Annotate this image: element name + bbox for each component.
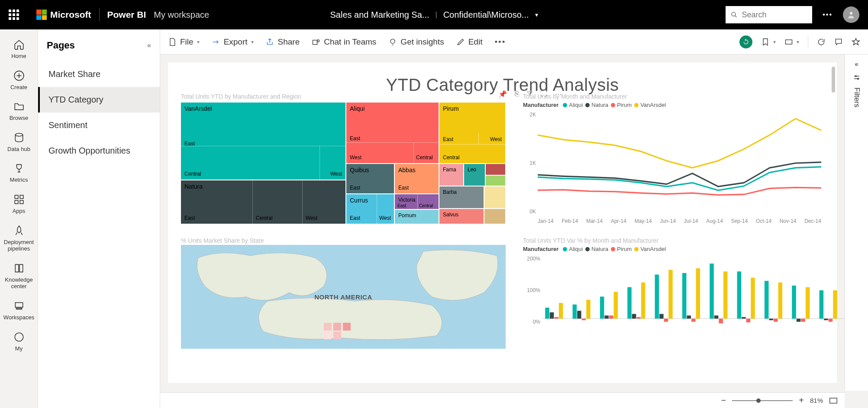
expand-icon[interactable]: « xyxy=(855,61,858,67)
tm-region: East xyxy=(350,215,360,221)
microsoft-brand: Microsoft xyxy=(36,10,91,20)
page-market-share[interactable]: Market Share xyxy=(38,61,160,87)
svg-rect-9 xyxy=(15,200,18,204)
tick: Nov-14 xyxy=(780,218,797,224)
treemap-title: Total Units YTD by Manufacturer and Regi… xyxy=(181,93,506,100)
tm-pirum[interactable]: Pirum East West Central xyxy=(439,103,505,163)
bar-chart-visual[interactable]: Total Units YTD Var % by Month and Manuf… xyxy=(523,237,824,349)
nav-apps[interactable]: Apps xyxy=(0,189,38,220)
cmd-share[interactable]: Share xyxy=(266,37,300,47)
svg-point-16 xyxy=(317,40,319,42)
page-growth-opportunities[interactable]: Growth Opportunities xyxy=(38,138,160,164)
tm-small2[interactable] xyxy=(486,176,505,186)
more-commands-icon[interactable]: ••• xyxy=(494,37,506,47)
nav-datahub[interactable]: Data hub xyxy=(0,127,38,158)
x-axis: Jan-14Feb-14Mar-14Apr-14May-14Jun-14Jul-… xyxy=(538,218,821,224)
bookmark-button[interactable]: ▾ xyxy=(761,38,776,46)
workspace-label[interactable]: My workspace xyxy=(154,10,209,20)
tm-text: Aliqui xyxy=(350,105,365,112)
legend-label: Manufacturer xyxy=(523,102,558,108)
tm-abbas[interactable]: Abbas East xyxy=(395,164,439,193)
cmd-file[interactable]: File ▾ xyxy=(168,37,200,47)
pin-icon[interactable]: 📌 xyxy=(498,90,507,98)
separator xyxy=(808,35,808,48)
nav-my[interactable]: My xyxy=(0,326,38,357)
tm-fama[interactable]: Fama xyxy=(439,164,463,186)
chevron-down-icon[interactable]: ▾ xyxy=(535,11,538,18)
cmd-export[interactable]: Export ▾ xyxy=(212,37,254,47)
page-sentiment[interactable]: Sentiment xyxy=(38,112,160,138)
nav-home[interactable]: Home xyxy=(0,34,38,65)
reset-button[interactable] xyxy=(739,35,752,48)
svg-rect-64 xyxy=(586,300,590,319)
nav-pipelines[interactable]: Deployment pipelines xyxy=(0,220,38,257)
zoom-in-button[interactable]: + xyxy=(799,395,804,405)
svg-rect-10 xyxy=(20,200,23,204)
product-label[interactable]: Power BI xyxy=(107,10,146,20)
microsoft-logo-icon xyxy=(36,10,47,20)
tm-natura[interactable]: Natura East Central West xyxy=(181,180,345,224)
filter-icon[interactable]: ⧩ xyxy=(527,90,532,98)
svg-rect-34 xyxy=(737,271,742,318)
map-visual[interactable]: % Units Market Share by State NORTH AMER… xyxy=(181,237,506,349)
svg-rect-39 xyxy=(550,312,554,319)
map-box[interactable]: NORTH AMERICA xyxy=(181,245,506,349)
cmd-insights[interactable]: Get insights xyxy=(388,37,444,47)
collapse-icon[interactable]: « xyxy=(147,42,151,49)
report-canvas[interactable]: YTD Category Trend Analysis 📌 ⎘ ⧩ ⛶ ⋯ To… xyxy=(168,62,837,383)
nav-create[interactable]: Create xyxy=(0,65,38,96)
svg-rect-44 xyxy=(687,315,691,318)
sensitivity-label[interactable]: Confidential\Microso... xyxy=(443,10,529,20)
app-launcher-icon[interactable] xyxy=(9,10,19,20)
cmd-chat-teams[interactable]: Chat in Teams xyxy=(312,37,376,47)
copy-icon[interactable]: ⎘ xyxy=(515,90,519,98)
nav-label: My xyxy=(15,345,23,352)
tm-vanarsdel[interactable]: VanArsdel East Central West xyxy=(181,103,345,180)
tm-pomum[interactable]: Pomum xyxy=(395,210,439,224)
view-button[interactable]: ▾ xyxy=(784,38,799,46)
tm-quibus[interactable]: Quibus East xyxy=(346,164,394,193)
tm-barba[interactable]: Barba xyxy=(439,186,484,208)
avatar[interactable] xyxy=(843,6,859,23)
filters-pane-collapsed[interactable]: « Filters xyxy=(845,55,868,391)
nav-workspaces[interactable]: Workspaces xyxy=(0,295,38,326)
treemap-visual[interactable]: Total Units YTD by Manufacturer and Regi… xyxy=(181,93,506,226)
svg-rect-68 xyxy=(696,268,700,318)
tm-salvus[interactable]: Salvus xyxy=(439,209,484,224)
tm-aliqui[interactable]: Aliqui East West Central xyxy=(346,103,439,163)
tm-currus[interactable]: Currus East West xyxy=(346,194,394,224)
nav-metrics[interactable]: Metrics xyxy=(0,157,38,189)
bars-title: Total Units YTD Var % by Month and Manuf… xyxy=(523,237,824,244)
tm-small1[interactable] xyxy=(486,164,505,175)
focus-icon[interactable]: ⛶ xyxy=(540,90,547,98)
y-axis: 2K 1K 0K xyxy=(523,112,536,215)
line-chart-plot: 2K 1K 0K Jan-14Feb-14Mar-14Apr-14May-14J… xyxy=(523,112,824,224)
svg-line-1 xyxy=(735,16,737,17)
tick: May-14 xyxy=(635,218,652,224)
nav-browse[interactable]: Browse xyxy=(0,96,38,127)
zoom-out-button[interactable]: − xyxy=(721,395,726,405)
line-chart-visual[interactable]: Total Units by Month and Manufacturer Ma… xyxy=(523,93,824,226)
svg-rect-52 xyxy=(582,318,586,320)
cmd-label: Get insights xyxy=(400,37,444,47)
cmd-edit[interactable]: Edit xyxy=(456,37,483,47)
tm-small3[interactable] xyxy=(484,186,505,208)
more-icon[interactable]: ⋯ xyxy=(555,90,562,98)
more-icon[interactable]: ••• xyxy=(823,11,833,19)
star-icon[interactable] xyxy=(852,38,860,46)
page-ytd-category[interactable]: YTD Category xyxy=(38,87,160,112)
refresh-icon[interactable] xyxy=(817,38,826,46)
svg-rect-21 xyxy=(324,323,332,331)
nav-knowledge[interactable]: Knowledge center xyxy=(0,257,38,295)
tm-victoria[interactable]: Victoria East Central xyxy=(395,194,439,209)
comment-icon[interactable] xyxy=(834,38,843,46)
zoom-slider[interactable] xyxy=(732,400,793,401)
search-box[interactable] xyxy=(726,6,812,23)
tm-region: West xyxy=(330,171,342,177)
fit-page-icon[interactable] xyxy=(829,397,838,404)
tm-small4[interactable] xyxy=(484,209,505,224)
tm-leo[interactable]: Leo xyxy=(464,164,485,186)
search-input[interactable] xyxy=(742,10,807,19)
scrollbar-thumb[interactable] xyxy=(832,67,835,93)
report-name[interactable]: Sales and Marketing Sa... xyxy=(330,10,429,20)
